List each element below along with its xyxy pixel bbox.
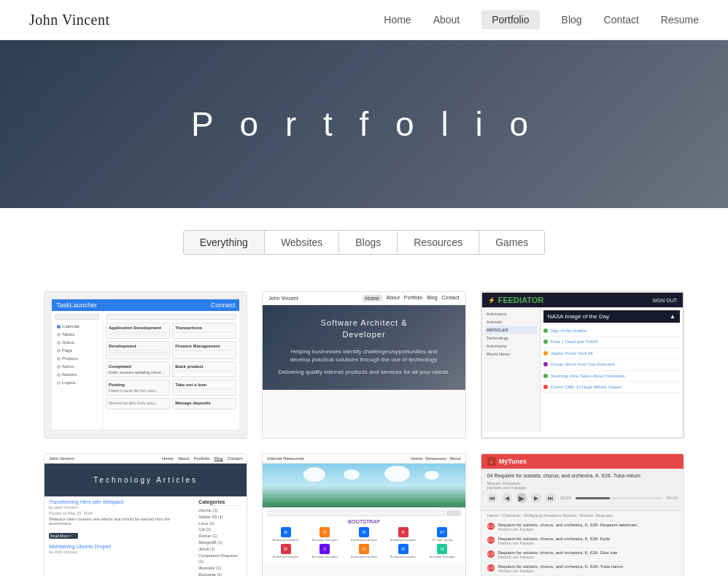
bs-icon-5[interactable]: 67 67 Topic Saving <box>424 527 461 542</box>
feed-sidebar-item-3: ARTICLES <box>485 326 537 334</box>
nav-portfolio[interactable]: Portfolio <box>481 10 539 29</box>
mt-track-3[interactable]: C3 Requiem for soloists, chorus, and orc… <box>481 548 684 562</box>
portfolio-item-tasklauncher[interactable]: TaskLauncher Connect Calendar Tables Sta… <box>44 291 247 439</box>
bs-icon-7-box: S <box>320 544 330 554</box>
blog-content-area: Transforming Html with Webpack by John V… <box>44 496 247 576</box>
feed-item-1-title: Sign of the Hubble <box>551 328 586 334</box>
tl-card-5-text: Enter account updating cloud... <box>109 370 167 375</box>
portfolio-item-internet[interactable]: Internet Resources Home Resources About <box>262 453 465 576</box>
filter-tab-blogs[interactable]: Blogs <box>339 231 398 254</box>
mytunes-mockup: ♪ MyTunes 04 Requiem for soloists, choru… <box>481 454 684 576</box>
mt-next-btn[interactable]: ⏭ <box>546 493 556 503</box>
nav-blog[interactable]: Blog <box>562 14 582 26</box>
tl-card-6-title: Bank product <box>175 364 233 369</box>
bs-icon-3[interactable]: B Bootstrap Examples <box>346 527 383 542</box>
feed-item-1-content: Sign of the Hubble <box>551 328 586 334</box>
nav-about[interactable]: About <box>433 14 460 26</box>
bs-icon-9-symbol: B <box>401 546 405 552</box>
feed-sidebar-item-5: Astronomy <box>485 342 537 350</box>
int-cloud-2 <box>344 469 360 480</box>
int-search-input[interactable] <box>267 510 444 516</box>
mt-prev-btn[interactable]: ⏮ <box>487 493 497 503</box>
feed-item-1-icon <box>543 329 548 333</box>
jv-hero: Software Architect & Developer Helping b… <box>263 305 465 390</box>
mt-track-1-info: Requiem for soloists, chorus, and orches… <box>498 523 678 531</box>
mt-progress-bar[interactable] <box>576 497 662 499</box>
filter-tab-resources[interactable]: Resources <box>398 231 479 254</box>
bs-icon-2[interactable]: B Bootstrap Examples <box>306 527 344 542</box>
tl-card-1-title: Application Development <box>109 326 167 330</box>
int-cloud-4 <box>425 471 439 480</box>
portfolio-item-jv[interactable]: John Vincent Home About Portfolio Blog C… <box>262 291 465 439</box>
mt-player-artist: Herbert von Karajan <box>487 485 640 490</box>
mt-track-1[interactable]: C1 Requiem for soloists, chorus, and orc… <box>481 521 684 534</box>
bs-icon-3-symbol: B <box>363 529 366 535</box>
bs-icon-1-symbol: B <box>284 529 287 535</box>
tl-sidebar-buttons: Buttons <box>55 371 99 378</box>
jv-nav-links: Home About Portfolio Blog Contact <box>363 295 460 302</box>
mt-rewind-btn[interactable]: ◀ <box>502 493 512 503</box>
tl-card-4: Finance Management <box>172 341 236 359</box>
tl-sidebar-calendar: Calendar <box>55 323 99 330</box>
feed-logo-text: FEEDIATOR <box>498 296 544 304</box>
jv-hero-cta: Delivering quality internet products and… <box>271 368 456 376</box>
nav-resume[interactable]: Resume <box>661 14 699 26</box>
tl-card-9: Normal list item from assu... <box>106 398 170 410</box>
bootstrap-section-title: BOOTSTRAP <box>267 519 460 524</box>
feed-item-3: Jupiter Probe Took All <box>543 348 680 359</box>
tl-card-3: Development <box>106 341 170 359</box>
feed-item-6-icon <box>543 385 548 389</box>
tl-card-4-line <box>175 350 233 351</box>
blog-posts-column: Transforming Html with Webpack by John V… <box>49 499 194 576</box>
blog-post-1-btn[interactable]: Read More > <box>49 533 78 539</box>
blog-post-2: Maintaining Ubuntu Droplet by John Vince… <box>49 544 194 554</box>
bs-icon-7[interactable]: S Bootstrap Examples <box>306 544 344 558</box>
feed-item-6-content: Comet CME-13 Huge Meteor Impact <box>551 384 621 390</box>
mt-forward-btn[interactable]: ▶ <box>531 493 541 503</box>
bs-icon-10[interactable]: B Bootstrap Examples <box>424 544 461 558</box>
bs-icon-8[interactable]: B Bootstrap Examples <box>346 544 383 558</box>
bs-icon-9[interactable]: B Bootstrap Examples <box>384 544 422 558</box>
filter-tab-everything[interactable]: Everything <box>184 231 265 254</box>
bs-icon-4[interactable]: B Bootstrap Examples <box>384 527 422 542</box>
jv-hero-spacer <box>271 342 456 347</box>
feed-banner: NASA Image of the Day ▲ <box>543 310 680 323</box>
mt-track-2[interactable]: C2 Requiem for soloists, chorus, and orc… <box>481 534 684 548</box>
bs-icon-1[interactable]: B Bootstrap Examples <box>267 527 304 542</box>
bootstrap-icons-grid: B Bootstrap Examples B Bootstrap Example… <box>267 527 460 558</box>
bs-icon-6[interactable]: B Bootstrap Examples <box>267 544 304 558</box>
bs-icon-8-symbol: B <box>363 546 366 552</box>
mt-tracklist: C1 Requiem for soloists, chorus, and orc… <box>481 521 684 576</box>
mt-track-2-artist: Herbert von Karajan <box>498 541 678 545</box>
feed-header-left: ⚡ FEEDIATOR <box>488 296 544 304</box>
tl-card-3-line <box>109 350 167 351</box>
blog-hero: Technology Articles <box>44 464 247 496</box>
portfolio-item-feediator[interactable]: ⚡ FEEDIATOR SIGN OUT Astronomy Animals A… <box>481 291 684 439</box>
bs-icon-6-box: B <box>281 544 291 554</box>
tl-sidebar-page: Page <box>55 347 99 354</box>
filter-tab-websites[interactable]: Websites <box>265 231 339 254</box>
feed-item-5-icon <box>543 374 548 378</box>
nav-home[interactable]: Home <box>384 14 411 26</box>
bs-icon-6-symbol: B <box>284 546 287 552</box>
tl-card-7-title: Posting <box>109 383 167 387</box>
mt-player-track-title: 04 Requiem for soloists, chorus, and orc… <box>487 473 640 478</box>
blog-nav-contact: Contact <box>228 456 243 461</box>
jv-nav: John Vincent Home About Portfolio Blog C… <box>263 292 465 305</box>
int-nav-resources: Resources <box>425 456 446 461</box>
nav-contact[interactable]: Contact <box>604 14 639 26</box>
int-search-btn[interactable] <box>446 510 461 516</box>
blog-post-1-desc: Webpack often contains side effects that… <box>49 517 194 526</box>
filter-section: Everything Websites Blogs Resources Game… <box>0 208 728 269</box>
feed-header: ⚡ FEEDIATOR SIGN OUT <box>482 293 683 307</box>
portfolio-item-mytunes[interactable]: ♪ MyTunes 04 Requiem for soloists, choru… <box>481 453 684 576</box>
portfolio-item-blog[interactable]: John Vincent Home About Portfolio Blog C… <box>44 453 247 576</box>
mt-controls: ⏮ ◀ ▶ ▶ ⏭ 32:23 84:12 <box>487 493 678 503</box>
nav-links: Home About Portfolio Blog Contact Resume <box>384 13 699 26</box>
site-logo[interactable]: John Vincent <box>29 12 110 28</box>
tl-card-8: Take out a loan <box>172 380 236 396</box>
mt-play-btn[interactable]: ▶ <box>516 493 527 503</box>
jv-nav-blog: Blog <box>427 295 438 302</box>
filter-tab-games[interactable]: Games <box>479 231 544 254</box>
mt-track-4[interactable]: C4 Requiem for soloists, chorus, and orc… <box>481 562 684 576</box>
